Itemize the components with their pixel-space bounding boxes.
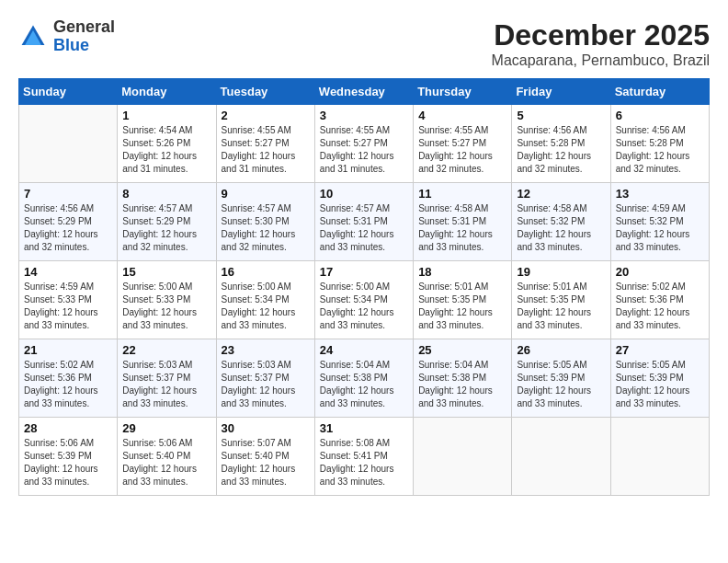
day-info: Sunrise: 5:06 AM Sunset: 5:39 PM Dayligh… — [24, 437, 112, 488]
day-number: 22 — [122, 343, 210, 357]
calendar-cell: 28Sunrise: 5:06 AM Sunset: 5:39 PM Dayli… — [19, 418, 118, 496]
calendar-cell: 6Sunrise: 4:56 AM Sunset: 5:28 PM Daylig… — [610, 105, 709, 183]
main-title: December 2025 — [492, 18, 710, 52]
calendar-cell: 3Sunrise: 4:55 AM Sunset: 5:27 PM Daylig… — [314, 105, 413, 183]
day-info: Sunrise: 4:58 AM Sunset: 5:32 PM Dayligh… — [517, 202, 605, 254]
day-number: 18 — [418, 265, 506, 279]
calendar-cell: 23Sunrise: 5:03 AM Sunset: 5:37 PM Dayli… — [216, 339, 314, 418]
day-info: Sunrise: 4:57 AM Sunset: 5:31 PM Dayligh… — [320, 202, 408, 254]
day-number: 19 — [517, 265, 605, 279]
calendar-cell: 1Sunrise: 4:54 AM Sunset: 5:26 PM Daylig… — [118, 105, 216, 183]
day-info: Sunrise: 4:58 AM Sunset: 5:31 PM Dayligh… — [418, 202, 506, 254]
day-number: 31 — [320, 421, 408, 435]
subtitle: Macaparana, Pernambuco, Brazil — [492, 52, 710, 69]
calendar-cell: 21Sunrise: 5:02 AM Sunset: 5:36 PM Dayli… — [19, 339, 118, 418]
day-info: Sunrise: 5:05 AM Sunset: 5:39 PM Dayligh… — [517, 359, 605, 410]
calendar-cell: 27Sunrise: 5:05 AM Sunset: 5:39 PM Dayli… — [610, 339, 709, 418]
logo: General Blue — [18, 18, 115, 55]
week-row-4: 21Sunrise: 5:02 AM Sunset: 5:36 PM Dayli… — [19, 339, 710, 418]
calendar-cell: 2Sunrise: 4:55 AM Sunset: 5:27 PM Daylig… — [216, 105, 314, 183]
day-number: 20 — [616, 265, 704, 279]
calendar-header-tuesday: Tuesday — [216, 79, 314, 105]
day-info: Sunrise: 5:00 AM Sunset: 5:33 PM Dayligh… — [122, 281, 210, 332]
calendar-cell: 11Sunrise: 4:58 AM Sunset: 5:31 PM Dayli… — [414, 183, 512, 261]
day-number: 13 — [616, 187, 704, 201]
day-info: Sunrise: 5:04 AM Sunset: 5:38 PM Dayligh… — [320, 359, 408, 410]
day-number: 8 — [122, 187, 210, 201]
calendar-header-monday: Monday — [118, 79, 216, 105]
logo-text: General Blue — [53, 18, 115, 55]
calendar-cell: 9Sunrise: 4:57 AM Sunset: 5:30 PM Daylig… — [216, 183, 314, 261]
day-number: 14 — [24, 265, 112, 279]
day-info: Sunrise: 5:03 AM Sunset: 5:37 PM Dayligh… — [122, 359, 210, 410]
calendar-cell: 25Sunrise: 5:04 AM Sunset: 5:38 PM Dayli… — [414, 339, 512, 418]
calendar-cell: 16Sunrise: 5:00 AM Sunset: 5:34 PM Dayli… — [216, 261, 314, 339]
day-info: Sunrise: 5:01 AM Sunset: 5:35 PM Dayligh… — [517, 281, 605, 332]
calendar-cell: 17Sunrise: 5:00 AM Sunset: 5:34 PM Dayli… — [314, 261, 413, 339]
day-number: 17 — [320, 265, 408, 279]
day-number: 6 — [616, 109, 704, 122]
calendar-cell: 31Sunrise: 5:08 AM Sunset: 5:41 PM Dayli… — [314, 418, 413, 496]
calendar-cell — [610, 418, 709, 496]
calendar-header-row: SundayMondayTuesdayWednesdayThursdayFrid… — [19, 79, 710, 105]
calendar-cell: 18Sunrise: 5:01 AM Sunset: 5:35 PM Dayli… — [414, 261, 512, 339]
logo-general: General — [53, 17, 115, 36]
calendar-cell: 24Sunrise: 5:04 AM Sunset: 5:38 PM Dayli… — [314, 339, 413, 418]
day-info: Sunrise: 4:55 AM Sunset: 5:27 PM Dayligh… — [222, 124, 310, 176]
calendar-header-sunday: Sunday — [19, 79, 118, 105]
day-info: Sunrise: 5:08 AM Sunset: 5:41 PM Dayligh… — [320, 437, 408, 488]
day-number: 10 — [320, 187, 408, 201]
day-number: 5 — [517, 109, 605, 122]
calendar-cell: 12Sunrise: 4:58 AM Sunset: 5:32 PM Dayli… — [512, 183, 610, 261]
day-number: 28 — [24, 421, 112, 435]
calendar-cell — [19, 105, 118, 183]
calendar-cell: 29Sunrise: 5:06 AM Sunset: 5:40 PM Dayli… — [118, 418, 216, 496]
calendar-header-wednesday: Wednesday — [314, 79, 413, 105]
calendar-header-friday: Friday — [512, 79, 610, 105]
day-info: Sunrise: 5:04 AM Sunset: 5:38 PM Dayligh… — [418, 359, 506, 410]
calendar-cell: 14Sunrise: 4:59 AM Sunset: 5:33 PM Dayli… — [19, 261, 118, 339]
calendar-cell: 5Sunrise: 4:56 AM Sunset: 5:28 PM Daylig… — [512, 105, 610, 183]
title-area: December 2025 Macaparana, Pernambuco, Br… — [492, 18, 710, 69]
calendar-cell — [512, 418, 610, 496]
day-info: Sunrise: 4:57 AM Sunset: 5:29 PM Dayligh… — [122, 202, 210, 254]
day-info: Sunrise: 5:03 AM Sunset: 5:37 PM Dayligh… — [222, 359, 310, 410]
calendar-cell — [414, 418, 512, 496]
day-number: 9 — [222, 187, 310, 201]
day-number: 15 — [122, 265, 210, 279]
calendar-header-thursday: Thursday — [414, 79, 512, 105]
calendar-cell: 7Sunrise: 4:56 AM Sunset: 5:29 PM Daylig… — [19, 183, 118, 261]
day-number: 26 — [517, 343, 605, 357]
week-row-2: 7Sunrise: 4:56 AM Sunset: 5:29 PM Daylig… — [19, 183, 710, 261]
day-info: Sunrise: 5:07 AM Sunset: 5:40 PM Dayligh… — [222, 437, 310, 488]
calendar-header-saturday: Saturday — [610, 79, 709, 105]
header: General Blue December 2025 Macaparana, P… — [18, 18, 710, 69]
day-number: 2 — [222, 109, 310, 122]
week-row-5: 28Sunrise: 5:06 AM Sunset: 5:39 PM Dayli… — [19, 418, 710, 496]
day-number: 25 — [418, 343, 506, 357]
calendar-cell: 20Sunrise: 5:02 AM Sunset: 5:36 PM Dayli… — [610, 261, 709, 339]
day-info: Sunrise: 5:05 AM Sunset: 5:39 PM Dayligh… — [616, 359, 704, 410]
calendar-cell: 15Sunrise: 5:00 AM Sunset: 5:33 PM Dayli… — [118, 261, 216, 339]
day-info: Sunrise: 5:00 AM Sunset: 5:34 PM Dayligh… — [320, 281, 408, 332]
day-info: Sunrise: 4:55 AM Sunset: 5:27 PM Dayligh… — [418, 124, 506, 176]
day-info: Sunrise: 5:02 AM Sunset: 5:36 PM Dayligh… — [616, 281, 704, 332]
day-number: 11 — [418, 187, 506, 201]
calendar-cell: 30Sunrise: 5:07 AM Sunset: 5:40 PM Dayli… — [216, 418, 314, 496]
calendar-cell: 10Sunrise: 4:57 AM Sunset: 5:31 PM Dayli… — [314, 183, 413, 261]
day-info: Sunrise: 4:56 AM Sunset: 5:28 PM Dayligh… — [517, 124, 605, 176]
day-info: Sunrise: 4:59 AM Sunset: 5:33 PM Dayligh… — [24, 281, 112, 332]
logo-icon — [18, 22, 48, 52]
day-info: Sunrise: 4:54 AM Sunset: 5:26 PM Dayligh… — [122, 124, 210, 176]
calendar-cell: 13Sunrise: 4:59 AM Sunset: 5:32 PM Dayli… — [610, 183, 709, 261]
day-info: Sunrise: 4:55 AM Sunset: 5:27 PM Dayligh… — [320, 124, 408, 176]
day-info: Sunrise: 5:06 AM Sunset: 5:40 PM Dayligh… — [122, 437, 210, 488]
calendar-cell: 26Sunrise: 5:05 AM Sunset: 5:39 PM Dayli… — [512, 339, 610, 418]
day-info: Sunrise: 5:02 AM Sunset: 5:36 PM Dayligh… — [24, 359, 112, 410]
week-row-3: 14Sunrise: 4:59 AM Sunset: 5:33 PM Dayli… — [19, 261, 710, 339]
day-info: Sunrise: 4:57 AM Sunset: 5:30 PM Dayligh… — [222, 202, 310, 254]
day-number: 27 — [616, 343, 704, 357]
day-number: 29 — [122, 421, 210, 435]
day-number: 21 — [24, 343, 112, 357]
calendar-cell: 4Sunrise: 4:55 AM Sunset: 5:27 PM Daylig… — [414, 105, 512, 183]
